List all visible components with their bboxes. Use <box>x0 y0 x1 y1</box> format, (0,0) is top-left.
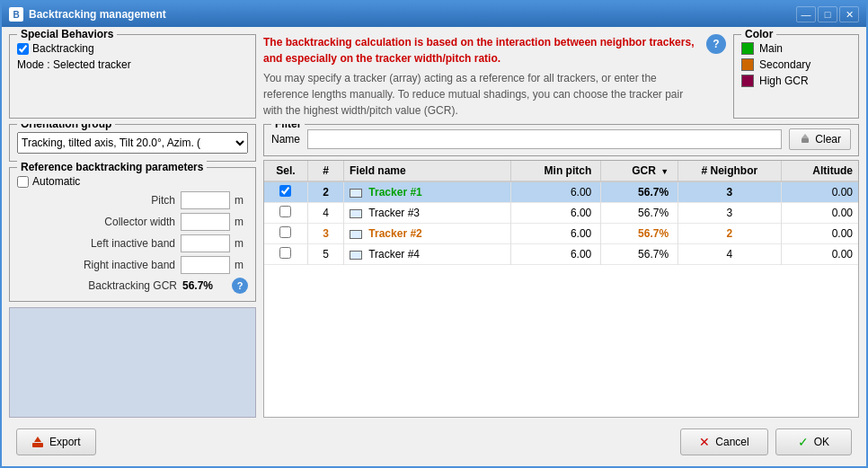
cell-num: 3 <box>307 224 343 244</box>
cell-altitude: 0.00 <box>781 181 858 203</box>
color-square-high-gcr <box>741 75 754 87</box>
mode-text: Mode : Selected tracker <box>17 58 248 71</box>
cancel-label: Cancel <box>715 436 748 448</box>
col-header-altitude[interactable]: Altitude <box>781 161 858 181</box>
table-row[interactable]: 2 Tracker #1 6.00 56.7% 3 0.00 <box>264 181 858 203</box>
content-area: Special Behaviors Backtracking Mode : Se… <box>2 27 866 466</box>
cell-gcr: 56.7% <box>601 203 678 224</box>
right-inactive-input[interactable]: 0.00 <box>181 256 230 274</box>
color-square-secondary <box>741 58 754 71</box>
eraser-icon <box>799 133 811 146</box>
color-high-gcr: High GCR <box>741 75 851 87</box>
reference-panel: Reference backtracking parameters Automa… <box>9 167 256 302</box>
col-header-neighbor[interactable]: # Neighbor <box>678 161 781 181</box>
cell-sel <box>264 203 307 224</box>
right-inactive-label: Right inactive band <box>17 259 181 271</box>
color-panel: Color Main Secondary High GCR <box>733 34 859 119</box>
col-header-sel[interactable]: Sel. <box>264 161 307 181</box>
cell-neighbor: 3 <box>678 203 781 224</box>
backtracking-checkbox[interactable] <box>17 43 29 55</box>
cell-neighbor: 4 <box>678 244 781 265</box>
col-header-min-pitch[interactable]: Min pitch <box>511 161 601 181</box>
filter-name-label: Name <box>271 133 300 146</box>
automatic-label: Automatic <box>32 175 80 188</box>
table-body: 2 Tracker #1 6.00 56.7% 3 0.00 4 Tracker… <box>264 181 858 265</box>
top-row: Special Behaviors Backtracking Mode : Se… <box>9 34 859 119</box>
cell-num: 2 <box>307 181 343 203</box>
filter-panel: Filter Name Clear <box>263 124 859 156</box>
ok-button[interactable]: ✓ OK <box>775 428 852 455</box>
table-row[interactable]: 3 Tracker #2 6.00 56.7% 2 0.00 <box>264 224 858 244</box>
export-label: Export <box>49 436 81 448</box>
right-inactive-row: Right inactive band 0.00 m <box>17 256 248 274</box>
ok-label: OK <box>814 436 829 448</box>
collector-width-unit: m <box>230 216 248 228</box>
gcr-value: 56.7% <box>182 279 232 292</box>
gcr-label: Backtracking GCR <box>17 279 182 292</box>
cell-min-pitch: 6.00 <box>511 244 601 265</box>
collector-width-input[interactable]: 3.40 <box>181 213 230 231</box>
cell-min-pitch: 6.00 <box>511 224 601 244</box>
cancel-icon: ✕ <box>699 435 710 449</box>
title-bar-controls: — □ ✕ <box>796 6 859 22</box>
cell-field-name: Tracker #2 <box>368 227 421 240</box>
svg-marker-3 <box>34 437 41 442</box>
cancel-button[interactable]: ✕ Cancel <box>680 428 767 455</box>
preview-area <box>9 307 256 418</box>
gcr-help-button[interactable]: ? <box>232 278 248 294</box>
automatic-checkbox[interactable] <box>17 176 29 188</box>
left-inactive-row: Left inactive band 0.00 m <box>17 234 248 252</box>
trackers-table-container: Sel. # Field name Min pitch GCR ▼ # Neig… <box>263 160 859 418</box>
special-behaviors-legend: Special Behaviors <box>17 28 117 40</box>
color-secondary: Secondary <box>741 58 851 71</box>
color-legend: Color <box>741 28 776 40</box>
color-secondary-label: Secondary <box>759 58 810 71</box>
cell-altitude: 0.00 <box>781 244 858 265</box>
cell-neighbor: 2 <box>678 224 781 244</box>
left-panel: Orientation group Tracking, tilted axis,… <box>9 124 256 418</box>
col-header-gcr[interactable]: GCR ▼ <box>601 161 678 181</box>
export-button[interactable]: Export <box>16 428 96 455</box>
orientation-panel: Orientation group Tracking, tilted axis,… <box>9 124 256 162</box>
cell-field: Tracker #3 <box>344 203 511 224</box>
sort-icon-gcr: ▼ <box>660 167 669 176</box>
info-line1: The backtracking calculation is based on… <box>263 34 703 66</box>
color-main: Main <box>741 42 851 55</box>
row-checkbox[interactable] <box>279 185 291 197</box>
left-inactive-input[interactable]: 0.00 <box>181 234 230 252</box>
export-icon <box>31 436 44 448</box>
right-panel: Filter Name Clear <box>263 124 859 418</box>
reference-legend: Reference backtracking parameters <box>17 161 207 173</box>
info-line2: You may specify a tracker (array) acting… <box>263 70 703 119</box>
cell-altitude: 0.00 <box>781 203 858 224</box>
pitch-input[interactable]: 6.00 <box>181 191 230 209</box>
cell-field-name: Tracker #1 <box>368 186 421 199</box>
row-checkbox[interactable] <box>279 206 291 217</box>
tracker-icon <box>350 251 362 260</box>
filter-input[interactable] <box>307 129 782 149</box>
row-checkbox[interactable] <box>279 226 291 238</box>
cell-num: 5 <box>307 244 343 265</box>
minimize-button[interactable]: — <box>796 6 816 22</box>
left-inactive-unit: m <box>230 237 248 250</box>
window-title: Backtracking management <box>29 8 796 21</box>
cell-min-pitch: 6.00 <box>511 181 601 203</box>
clear-label: Clear <box>815 133 841 146</box>
maximize-button[interactable]: □ <box>818 6 837 22</box>
color-square-main <box>741 42 754 55</box>
cell-sel <box>264 181 307 203</box>
col-header-num[interactable]: # <box>307 161 343 181</box>
orientation-select[interactable]: Tracking, tilted axis, Tilt 20.0°, Azim.… <box>17 132 248 154</box>
table-row[interactable]: 5 Tracker #4 6.00 56.7% 4 0.00 <box>264 244 858 265</box>
help-button[interactable]: ? <box>706 34 726 54</box>
cell-gcr: 56.7% <box>601 181 678 203</box>
close-button[interactable]: ✕ <box>839 6 859 22</box>
special-behaviors-panel: Special Behaviors Backtracking Mode : Se… <box>9 34 256 119</box>
table-header: Sel. # Field name Min pitch GCR ▼ # Neig… <box>264 161 858 181</box>
cell-gcr: 56.7% <box>601 224 678 244</box>
table-row[interactable]: 4 Tracker #3 6.00 56.7% 3 0.00 <box>264 203 858 224</box>
row-checkbox[interactable] <box>279 247 291 259</box>
cell-altitude: 0.00 <box>781 224 858 244</box>
col-header-field[interactable]: Field name <box>344 161 511 181</box>
clear-button[interactable]: Clear <box>789 128 851 150</box>
